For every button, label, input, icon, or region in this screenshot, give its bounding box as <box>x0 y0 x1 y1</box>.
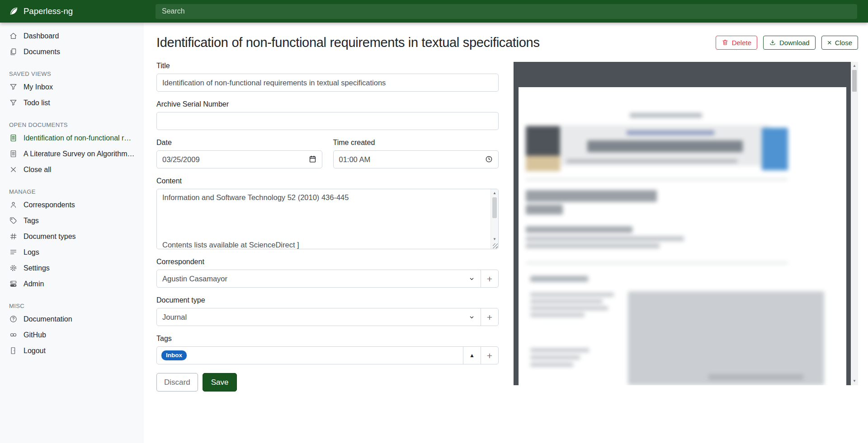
hash-icon <box>9 232 18 241</box>
tag-chip[interactable]: Inbox <box>161 350 187 360</box>
pdf-blur-block <box>530 363 573 367</box>
sidebar-item-close-all[interactable]: Close all <box>0 162 144 177</box>
pdf-blur-block <box>526 236 684 241</box>
correspondent-select[interactable]: Agustin Casamayor <box>156 270 481 288</box>
clock-icon[interactable] <box>485 155 493 163</box>
document-edit-form: Title Archive Serial Number Date <box>156 62 499 401</box>
pdf-blur-block <box>628 291 824 385</box>
pdf-blur-block <box>627 131 714 135</box>
pdf-blur-block <box>526 262 788 264</box>
scroll-up-icon[interactable]: ▲ <box>851 63 858 69</box>
person-icon <box>9 201 18 209</box>
section-manage: MANAGE <box>0 188 144 195</box>
pdf-blur-block <box>762 128 788 170</box>
brand-link[interactable]: Paperless-ng <box>0 0 144 23</box>
close-button[interactable]: × Close <box>821 36 858 50</box>
document-type-select[interactable]: Journal <box>156 308 481 326</box>
toggles-icon <box>9 280 18 288</box>
sidebar-item-document-types[interactable]: Document types <box>0 228 144 244</box>
sidebar-item-settings[interactable]: Settings <box>0 260 144 276</box>
sidebar-open-doc-1[interactable]: Identification of non-functional require… <box>0 130 144 146</box>
date-input[interactable] <box>156 150 322 168</box>
search-input[interactable] <box>156 4 857 19</box>
tag-icon <box>9 216 18 225</box>
sidebar-item-admin[interactable]: Admin <box>0 276 144 292</box>
content-textarea[interactable]: Information and Software Technology 52 (… <box>156 189 499 249</box>
asn-label: Archive Serial Number <box>156 100 499 108</box>
sidebar-item-documentation[interactable]: Documentation <box>0 311 144 327</box>
sidebar-item-dashboard[interactable]: Dashboard <box>0 28 144 44</box>
section-open-documents: OPEN DOCUMENTS <box>0 121 144 128</box>
tags-collapse-button[interactable]: ▲ <box>463 346 481 364</box>
pdf-blur-block <box>526 156 560 171</box>
brand-label: Paperless-ng <box>24 6 73 16</box>
time-created-label: Time created <box>333 139 499 147</box>
home-icon <box>9 32 18 40</box>
caret-up-icon: ▲ <box>469 353 475 358</box>
sidebar-open-doc-2[interactable]: A Literature Survey on Algorithms for Mu… <box>0 146 144 162</box>
question-circle-icon <box>9 315 18 323</box>
documents-icon <box>9 47 18 56</box>
sidebar-item-github[interactable]: GitHub <box>0 327 144 343</box>
content-scrollbar[interactable]: ▲ ▼ <box>491 189 498 249</box>
sidebar-item-logout[interactable]: Logout <box>0 343 144 359</box>
download-button[interactable]: Download <box>763 36 816 50</box>
tags-label: Tags <box>156 335 499 343</box>
scroll-down-icon[interactable]: ▼ <box>851 378 858 384</box>
plus-icon: + <box>487 351 492 360</box>
pdf-blur-block <box>530 293 614 297</box>
sidebar-item-tags[interactable]: Tags <box>0 213 144 228</box>
pdf-blur-block <box>530 313 585 317</box>
file-text-icon <box>9 134 18 142</box>
plus-icon: + <box>487 312 492 322</box>
time-input[interactable] <box>333 150 499 168</box>
list-icon <box>9 248 18 256</box>
close-icon: × <box>827 39 832 47</box>
pdf-blur-block <box>526 179 788 180</box>
top-navbar: Paperless-ng <box>0 0 868 23</box>
gear-icon <box>9 264 18 272</box>
correspondent-label: Correspondent <box>156 258 499 266</box>
section-saved-views: SAVED VIEWS <box>0 70 144 77</box>
scrollbar-thumb[interactable] <box>852 70 857 92</box>
preview-scrollbar[interactable]: ▲ ▼ <box>851 62 858 385</box>
add-document-type-button[interactable]: + <box>481 308 499 326</box>
filter-icon <box>9 98 18 107</box>
scrollbar-thumb[interactable] <box>492 197 497 218</box>
asn-input[interactable] <box>156 112 499 130</box>
scroll-down-icon[interactable]: ▼ <box>491 236 498 242</box>
document-type-label: Document type <box>156 296 499 304</box>
title-label: Title <box>156 62 499 70</box>
calendar-icon[interactable] <box>308 155 317 163</box>
pdf-blur-block <box>708 374 803 380</box>
resize-grip[interactable] <box>493 243 498 248</box>
close-icon <box>9 165 18 174</box>
pdf-blur-block <box>587 140 743 152</box>
sidebar-item-todo-list[interactable]: Todo list <box>0 95 144 111</box>
add-tag-button[interactable]: + <box>481 346 499 364</box>
title-input[interactable] <box>156 74 499 92</box>
pdf-blur-block <box>530 306 608 310</box>
date-label: Date <box>156 139 322 147</box>
page-title: Identification of non-functional require… <box>156 34 540 51</box>
delete-button[interactable]: Delete <box>716 36 757 50</box>
download-icon <box>769 39 776 46</box>
pdf-page <box>519 87 846 385</box>
tags-input[interactable]: Inbox <box>156 346 463 364</box>
sidebar-item-logs[interactable]: Logs <box>0 244 144 260</box>
filter-icon <box>9 83 18 91</box>
add-correspondent-button[interactable]: + <box>481 270 499 288</box>
sidebar-item-my-inbox[interactable]: My Inbox <box>0 79 144 95</box>
pdf-page-art <box>519 87 846 385</box>
door-icon <box>9 346 18 355</box>
sidebar-item-correspondents[interactable]: Correspondents <box>0 197 144 213</box>
scroll-up-icon[interactable]: ▲ <box>491 190 498 196</box>
sidebar-item-documents[interactable]: Documents <box>0 44 144 60</box>
file-text-icon <box>9 149 18 158</box>
pdf-blur-block <box>526 226 632 233</box>
save-button[interactable]: Save <box>203 373 237 392</box>
chevron-down-icon <box>468 314 475 321</box>
content-label: Content <box>156 177 499 185</box>
discard-button[interactable]: Discard <box>156 373 198 392</box>
link-icon <box>9 331 18 339</box>
